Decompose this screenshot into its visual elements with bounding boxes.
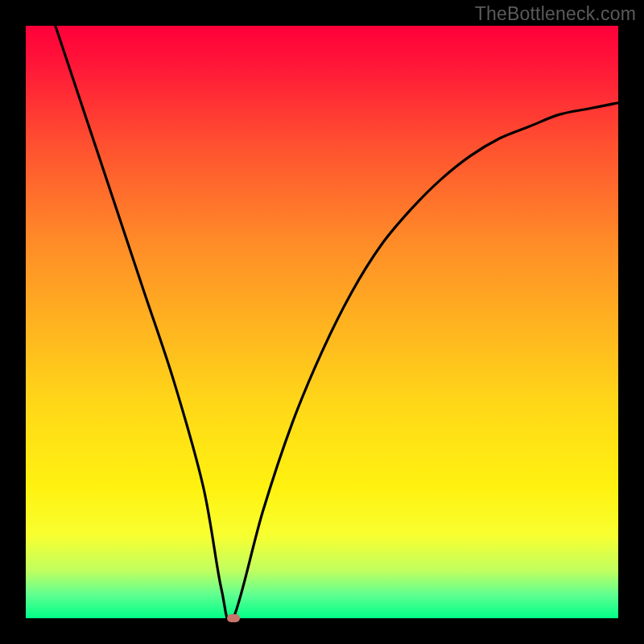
curve-svg <box>26 26 618 618</box>
bottleneck-curve <box>56 26 618 622</box>
minimum-marker <box>227 614 240 622</box>
plot-area <box>26 26 618 618</box>
watermark-text: TheBottleneck.com <box>475 3 636 25</box>
outer-frame: TheBottleneck.com <box>0 0 644 644</box>
